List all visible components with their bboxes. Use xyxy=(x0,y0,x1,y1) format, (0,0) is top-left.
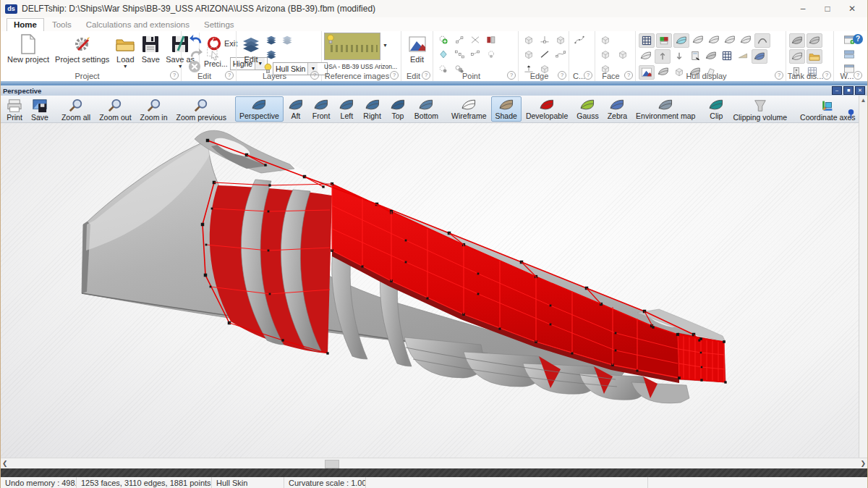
image-edit-button[interactable]: Edit xyxy=(404,33,430,64)
load-dropdown-caret[interactable]: ▼ xyxy=(123,64,128,70)
show-waterlines-toggle[interactable] xyxy=(707,33,721,46)
show-grid-toggle[interactable] xyxy=(720,49,734,62)
ribbon-help-icon[interactable]: ? xyxy=(853,34,863,44)
view-bottom-button[interactable]: Bottom xyxy=(410,96,443,122)
show-interior-edges-toggle[interactable] xyxy=(752,49,767,64)
close-button[interactable]: ✕ xyxy=(840,1,864,17)
show-stations-toggle[interactable] xyxy=(673,33,689,48)
show-curvature-toggle[interactable] xyxy=(754,33,770,48)
show-control-net-toggle[interactable] xyxy=(639,33,655,48)
view-aft-button[interactable]: Aft xyxy=(284,96,308,122)
maximize-button[interactable]: □ xyxy=(815,1,840,17)
calculator-button[interactable] xyxy=(688,49,702,62)
select-cursor-button[interactable] xyxy=(205,46,230,60)
new-face-button[interactable] xyxy=(598,33,613,46)
3d-viewport-canvas[interactable] xyxy=(1,123,859,458)
align-points-button[interactable] xyxy=(452,48,467,61)
view-right-button[interactable]: Right xyxy=(359,96,386,122)
tank-outline-toggle[interactable] xyxy=(789,49,805,64)
layers-edit-button[interactable]: Edit xyxy=(239,33,263,64)
new-project-button[interactable]: New project xyxy=(4,33,52,64)
gauss-mode-button[interactable]: Gauss xyxy=(572,96,603,122)
add-layer-button[interactable] xyxy=(264,33,278,46)
insert-edge-button[interactable] xyxy=(522,48,536,61)
help-icon[interactable]: ? xyxy=(854,71,862,80)
scroll-left-icon[interactable]: ❮ xyxy=(2,458,8,468)
viewport-maximize-button[interactable]: ■ xyxy=(843,86,854,95)
help-icon[interactable]: ? xyxy=(624,71,633,80)
curve-tool-button[interactable] xyxy=(572,33,587,46)
help-icon[interactable]: ? xyxy=(422,71,430,80)
help-icon[interactable]: ? xyxy=(170,71,179,80)
tank-folder-button[interactable] xyxy=(807,49,822,64)
crease-edge-button[interactable] xyxy=(537,48,552,61)
show-hydro-features-toggle[interactable] xyxy=(739,33,753,46)
show-buttocks-toggle[interactable] xyxy=(691,33,705,46)
redo-button[interactable] xyxy=(188,46,205,60)
reference-image-caret[interactable]: ▼ xyxy=(383,43,388,48)
tank-edit-button[interactable] xyxy=(807,33,822,48)
scroll-up-icon[interactable]: ▲ xyxy=(861,96,867,104)
show-markers-toggle[interactable] xyxy=(639,49,653,62)
zoom-out-button[interactable]: Zoom out xyxy=(95,96,135,122)
show-flowlines-toggle[interactable] xyxy=(704,49,718,62)
tank-shade-toggle[interactable] xyxy=(789,33,805,48)
horizontal-scroll-thumb[interactable] xyxy=(325,460,339,468)
minimize-button[interactable]: – xyxy=(791,1,815,17)
tab-calculations[interactable]: Calculations and extensions xyxy=(80,19,196,31)
split-point-button[interactable] xyxy=(452,33,467,46)
help-icon[interactable]: ? xyxy=(225,71,234,80)
project-settings-button[interactable]: Project settings xyxy=(52,33,112,64)
help-icon[interactable]: ? xyxy=(390,71,399,80)
show-diagonals-toggle[interactable] xyxy=(723,33,737,46)
undo-button[interactable] xyxy=(188,33,205,46)
horizontal-scrollbar[interactable]: ❮ ❯ xyxy=(1,458,867,468)
help-icon[interactable]: ? xyxy=(558,71,566,80)
viewport-close-button[interactable]: ✕ xyxy=(855,86,865,95)
tab-settings[interactable]: Settings xyxy=(197,19,241,31)
delete-layer-button[interactable] xyxy=(280,33,294,46)
environment-map-button[interactable]: Environment map xyxy=(631,96,699,122)
curvature-scale-up-button[interactable] xyxy=(655,49,671,64)
zoom-in-button[interactable]: Zoom in xyxy=(136,96,172,122)
tab-home[interactable]: Home xyxy=(7,18,44,31)
save-view-button[interactable]: Save xyxy=(27,96,53,122)
save-button[interactable]: Save xyxy=(138,33,163,64)
intersect-point-button[interactable] xyxy=(468,33,482,46)
show-normals-toggle[interactable] xyxy=(656,33,672,48)
help-icon[interactable]: ? xyxy=(584,71,592,80)
split-edge-button[interactable] xyxy=(537,33,552,46)
developable-mode-button[interactable]: Developable xyxy=(522,96,572,122)
help-icon[interactable]: ? xyxy=(507,71,516,80)
scroll-right-icon[interactable]: ❯ xyxy=(860,458,866,468)
tile-windows-button[interactable] xyxy=(842,48,856,61)
collapse-edge-button[interactable] xyxy=(553,33,568,46)
clip-button[interactable]: Clip xyxy=(704,96,728,122)
insert-plane-button[interactable] xyxy=(436,48,451,61)
reference-image-thumbnail[interactable] xyxy=(324,33,380,60)
extrude-edge-button[interactable] xyxy=(522,33,536,46)
show-sternwedge-toggle[interactable] xyxy=(736,49,750,62)
load-button[interactable]: Load▼ xyxy=(112,33,138,70)
view-left-button[interactable]: Left xyxy=(334,96,359,122)
view-front-button[interactable]: Front xyxy=(308,96,335,122)
zoom-all-button[interactable]: Zoom all xyxy=(57,96,95,122)
edge-curve-button[interactable] xyxy=(553,48,568,61)
rename-layer-button[interactable] xyxy=(264,48,278,61)
project-points-button[interactable] xyxy=(468,48,482,61)
zoom-previous-button[interactable]: Zoom previous xyxy=(172,96,231,122)
clipping-volume-button[interactable]: Clipping volume xyxy=(728,96,791,122)
tab-tools[interactable]: Tools xyxy=(46,19,78,31)
view-perspective-button[interactable]: Perspective xyxy=(235,96,284,122)
curvature-scale-down-button[interactable] xyxy=(672,49,686,62)
help-icon[interactable]: ? xyxy=(775,71,783,80)
add-point-button[interactable] xyxy=(436,33,451,46)
help-icon[interactable]: ? xyxy=(310,71,319,80)
invert-face-button[interactable] xyxy=(598,48,613,61)
pin-icon[interactable] xyxy=(846,109,856,119)
wireframe-mode-button[interactable]: Wireframe xyxy=(447,96,490,122)
zebra-mode-button[interactable]: Zebra xyxy=(603,96,631,122)
view-top-button[interactable]: Top xyxy=(386,96,410,122)
vertical-scrollbar[interactable]: ▲ xyxy=(859,96,867,458)
collapse-point-button[interactable] xyxy=(484,33,498,46)
